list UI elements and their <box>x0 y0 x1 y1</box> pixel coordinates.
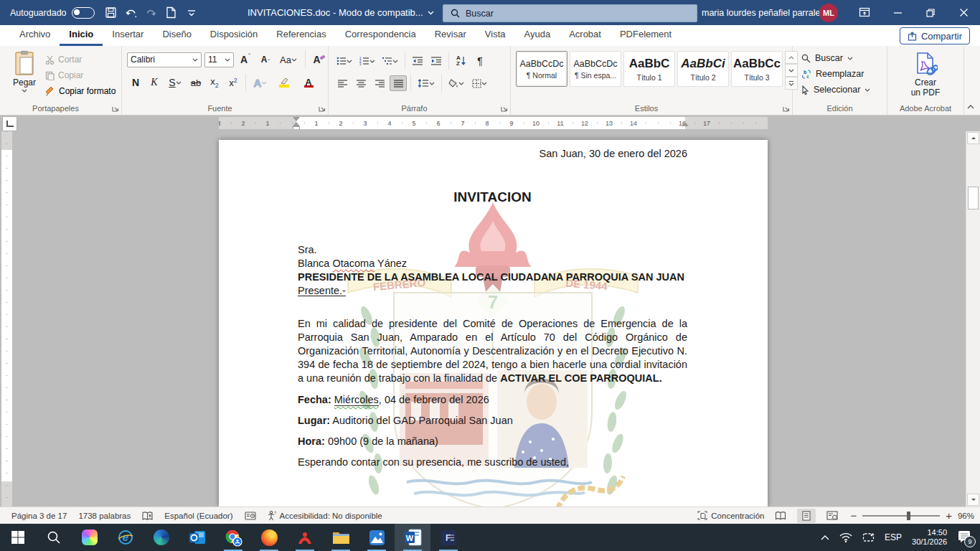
collapse-ribbon-button[interactable] <box>967 105 974 109</box>
tab-archivo[interactable]: Archivo <box>10 25 60 46</box>
line-spacing-button[interactable] <box>415 75 438 91</box>
scrollbar-thumb[interactable] <box>968 187 979 209</box>
change-case-button[interactable]: Aa <box>277 52 300 67</box>
align-right-button[interactable] <box>371 75 388 91</box>
edge-icon[interactable] <box>143 524 179 551</box>
paragraph-dialog-launcher[interactable] <box>501 105 508 112</box>
photos-icon[interactable] <box>359 524 395 551</box>
find-button[interactable]: Buscar <box>793 50 887 66</box>
multilevel-list-button[interactable] <box>380 53 401 69</box>
taskbar-search-button[interactable] <box>36 524 72 551</box>
zoom-in-button[interactable]: + <box>946 509 952 522</box>
shrink-font-button[interactable]: Aˇ <box>257 52 274 67</box>
undo-button[interactable] <box>122 4 141 22</box>
tab-revisar[interactable]: Revisar <box>425 25 476 46</box>
share-button[interactable]: Compartir <box>900 27 970 44</box>
document-title[interactable]: INVITACIONES.doc - Modo de compatib... <box>248 0 434 25</box>
tab-acrobat[interactable]: Acrobat <box>560 25 611 46</box>
left-indent-marker[interactable] <box>293 126 300 129</box>
ribbon-display-options-button[interactable] <box>855 3 874 22</box>
document-stats-button[interactable] <box>245 512 256 521</box>
minimize-button[interactable] <box>881 0 914 25</box>
close-button[interactable] <box>947 0 980 25</box>
scroll-down-button[interactable] <box>967 494 979 506</box>
customize-quick-access-button[interactable] <box>182 4 201 22</box>
acrobat-icon[interactable] <box>287 524 323 551</box>
document-text[interactable]: San Juan, 30 de enero del 2026 INVITACIO… <box>219 140 768 507</box>
word-icon[interactable]: W <box>395 524 430 551</box>
avatar[interactable]: ML <box>819 4 838 22</box>
ie-icon[interactable]: e <box>108 524 143 551</box>
italic-button[interactable]: K <box>146 75 163 90</box>
read-mode-button[interactable] <box>771 509 790 523</box>
notifications-button[interactable]: 9 <box>957 529 973 545</box>
search-input[interactable]: Buscar <box>443 4 697 22</box>
create-pdf-button[interactable]: Crear un PDF <box>887 52 963 98</box>
outlook-icon[interactable] <box>179 524 215 551</box>
web-layout-button[interactable] <box>823 509 842 523</box>
style--normal[interactable]: AaBbCcDc¶ Normal <box>516 51 567 87</box>
vertical-ruler[interactable] <box>1 131 12 507</box>
font-family-select[interactable]: Calibri <box>127 52 202 67</box>
show-marks-button[interactable]: ¶ <box>471 53 489 69</box>
autosave-toggle[interactable]: Autoguardado <box>10 7 95 19</box>
firefox-icon[interactable] <box>251 524 287 551</box>
zoom-level[interactable]: 96% <box>958 512 974 520</box>
tab-diseño[interactable]: Diseño <box>153 25 200 46</box>
font-dialog-launcher[interactable] <box>319 105 326 112</box>
language-indicator[interactable]: Español (Ecuador) <box>164 512 232 520</box>
superscript-button[interactable]: x2 <box>225 75 242 90</box>
style-título-1[interactable]: AaBbCTítulo 1 <box>623 51 675 87</box>
vertical-scrollbar[interactable] <box>966 131 980 507</box>
zoom-slider[interactable] <box>862 515 940 517</box>
tab-selector[interactable] <box>2 116 17 131</box>
clear-formatting-button[interactable]: A <box>311 52 328 67</box>
bullets-button[interactable] <box>334 53 355 69</box>
shading-button[interactable] <box>446 75 467 91</box>
focus-mode-button[interactable]: Concentración <box>697 511 764 520</box>
tab-inicio[interactable]: Inicio <box>60 25 103 46</box>
document-page[interactable]: 7 FEBRERO DE 1944 <box>219 140 768 507</box>
tab-pdfelement[interactable]: PDFelement <box>611 25 681 46</box>
tab-correspondencia[interactable]: Correspondencia <box>336 25 425 46</box>
tab-referencias[interactable]: Referencias <box>267 25 335 46</box>
increase-indent-button[interactable] <box>428 53 445 69</box>
accessibility-status[interactable]: ? Accesibilidad: No disponible <box>268 511 382 521</box>
hidden-icons-chevron[interactable] <box>821 534 829 540</box>
restore-button[interactable] <box>914 0 947 25</box>
right-indent-marker[interactable] <box>682 122 689 126</box>
zoom-slider-thumb[interactable] <box>907 512 910 520</box>
styles-dialog-launcher[interactable] <box>783 105 790 112</box>
font-size-select[interactable]: 11 <box>204 52 234 67</box>
first-line-indent-marker[interactable] <box>293 117 300 121</box>
explorer-icon[interactable] <box>323 524 359 551</box>
tab-insertar[interactable]: Insertar <box>103 25 153 46</box>
bold-button[interactable]: N <box>127 75 144 90</box>
word-count[interactable]: 1738 palabras <box>78 512 131 520</box>
style-título-2[interactable]: AaBbCiTítulo 2 <box>677 51 729 87</box>
tab-vista[interactable]: Vista <box>476 25 515 46</box>
new-document-button[interactable] <box>162 4 181 22</box>
font-color-button[interactable]: A <box>297 75 320 90</box>
zoom-out-button[interactable]: − <box>850 509 857 522</box>
account-name[interactable]: maria lourdes peñafiel parrales <box>702 0 825 25</box>
underline-button[interactable]: S <box>164 75 186 90</box>
align-center-button[interactable] <box>352 75 369 91</box>
save-button[interactable] <box>102 4 121 22</box>
snip-tool-icon[interactable] <box>862 532 875 542</box>
replace-button[interactable]: b c Reemplazar <box>793 66 887 82</box>
f-app-icon[interactable]: F <box>430 524 466 551</box>
format-painter-button[interactable]: Copiar formato <box>42 83 118 99</box>
grow-font-button[interactable]: Aˆ <box>237 52 254 67</box>
highlight-color-button[interactable] <box>273 75 296 90</box>
chrome-icon[interactable] <box>215 524 251 551</box>
align-left-button[interactable] <box>334 75 351 91</box>
justify-button[interactable] <box>390 75 407 91</box>
start-button[interactable] <box>0 524 36 551</box>
clipboard-dialog-launcher[interactable] <box>112 105 119 112</box>
select-button[interactable]: Seleccionar <box>793 82 887 98</box>
wifi-icon[interactable] <box>839 532 852 542</box>
style--sin-espa-[interactable]: AaBbCcDc¶ Sin espa... <box>570 51 621 87</box>
proofing-status[interactable] <box>142 512 153 521</box>
horizontal-ruler[interactable]: 32112345678910111213141617 <box>219 117 768 129</box>
